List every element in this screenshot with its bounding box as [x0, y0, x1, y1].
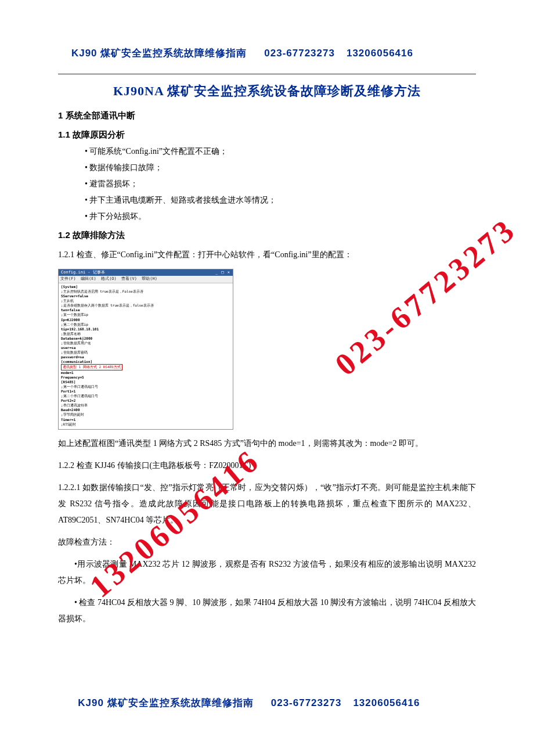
check-step-1: •用示波器测量 MAX232 芯片 12 脚波形，观察是否有 RS232 方波信…: [58, 556, 476, 589]
section-1-2-1: 1.2.1 检查、修正“Config.ini”文件配置：打开中心站软件，看“Co…: [58, 247, 476, 263]
section-1-2-2: 1.2.2 检查 KJJ46 传输接口(主电路板板号：FZ020001C): [58, 458, 476, 474]
config-line: SServer=false: [61, 294, 230, 298]
header-divider: [58, 74, 476, 74]
config-line: 通讯类型 1 网络方式 2 RS485方式: [61, 364, 122, 370]
config-line: ;数据库名称: [61, 332, 230, 336]
config-line: password=sa: [61, 355, 230, 359]
config-line: ;某一个数据库ip: [61, 312, 230, 317]
config-line: ;登陆数据库密码: [61, 350, 230, 355]
window-title: Config.ini - 记事本: [61, 270, 105, 275]
config-line: ;串口通讯波特率: [61, 403, 230, 408]
config-line: Port1=1: [61, 389, 230, 394]
config-line: ;第一个串口通讯端口号: [61, 384, 230, 389]
config-line: ;是否条链数据存入两个数据库 true表示是，false表示否: [61, 303, 230, 308]
config-line: ;RTS延时: [61, 422, 230, 427]
config-line: twn=false: [61, 308, 230, 312]
check-step-2: • 检查 74HC04 反相放大器 9 脚、10 脚波形，如果 74H04 反相…: [58, 595, 476, 627]
document-title: KJ90NA 煤矿安全监控系统设备故障珍断及维修方法: [58, 82, 476, 100]
config-line: [System]: [61, 285, 230, 289]
config-line: Ip=KJ2000: [61, 318, 230, 322]
header-phone2: 13206056416: [347, 48, 413, 59]
list-item: 数据传输接口故障；: [85, 163, 476, 173]
window-titlebar: Config.ini - 记事本 _ □ ×: [59, 269, 233, 276]
config-line: [RS485]: [61, 380, 230, 384]
config-body: [System];主从控制状态是否启用 true表示是，False表示否SSer…: [59, 283, 233, 429]
config-line: Frequency=5: [61, 375, 230, 380]
config-line: ;登陆数据库用户名: [61, 341, 230, 345]
config-line: user=sa: [61, 345, 230, 350]
document-page: KJ90 煤矿安全监控系统故障维修指南023-67723273132060564…: [0, 0, 534, 756]
config-line: ;第二个串口通讯端口号: [61, 394, 230, 398]
para-after-config: 如上述配置框图“通讯类型 1 网络方式 2 RS485 方式”语句中的 mode…: [58, 435, 476, 452]
config-line: ;主从控制状态是否启用 true表示是，False表示否: [61, 289, 230, 294]
window-menubar: 文件(F) 编辑(E) 格式(O) 查看(V) 帮助(H): [59, 276, 233, 283]
config-line: tip=192.168.18.101: [61, 327, 230, 332]
section-1-2-2-1: 1.2.2.1 如数据传输接口“发、控”指示灯常亮（正常时，应为交替闪烁），“收…: [58, 480, 476, 528]
config-line: Baud=2400: [61, 408, 230, 412]
footer-phone1: 023-67723273: [271, 697, 342, 708]
list-item: 可能系统“Config.ini”文件配置不正确；: [85, 146, 476, 157]
list-item: 避雷器损坏；: [85, 179, 476, 189]
header-phone1: 023-67723273: [264, 48, 335, 59]
section-1: 1 系统全部通讯中断: [58, 110, 476, 121]
header-title: KJ90 煤矿安全监控系统故障维修指南: [71, 48, 247, 59]
config-line: ;字节间的延时: [61, 412, 230, 417]
config-line: Port2=2: [61, 398, 230, 403]
config-line: mode=1: [61, 370, 230, 375]
list-item: 井下分站损坏。: [85, 211, 476, 222]
page-header: KJ90 煤矿安全监控系统故障维修指南023-67723273132060564…: [58, 35, 476, 71]
config-line: ;主从机: [61, 298, 230, 303]
page-footer: KJ90 煤矿安全监控系统故障维修指南023-67723273132060564…: [58, 685, 476, 721]
list-item: 井下主通讯电缆断开、短路或者接线盒进水等情况；: [85, 195, 476, 206]
config-line: Timer=1: [61, 417, 230, 422]
config-ini-screenshot: Config.ini - 记事本 _ □ × 文件(F) 编辑(E) 格式(O)…: [58, 269, 233, 430]
config-line: Database=kj2000: [61, 336, 230, 341]
check-label: 故障检查方法：: [58, 534, 476, 550]
config-line: [communication]: [61, 359, 230, 364]
section-1-2: 1.2 故障排除方法: [58, 230, 476, 241]
config-line: ;第二个数据库ip: [61, 322, 230, 327]
footer-phone2: 13206056416: [353, 697, 420, 708]
window-controls-icon: _ □ ×: [215, 270, 230, 275]
section-1-1: 1.1 故障原因分析: [58, 129, 476, 141]
cause-list: 可能系统“Config.ini”文件配置不正确； 数据传输接口故障； 避雷器损坏…: [62, 146, 476, 222]
footer-title: KJ90 煤矿安全监控系统故障维修指南: [78, 697, 253, 708]
